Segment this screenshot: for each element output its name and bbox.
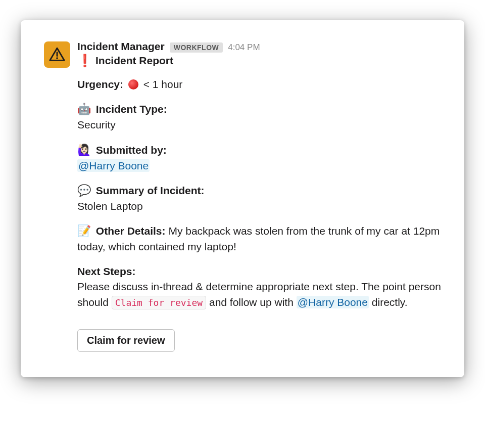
timestamp: 4:04 PM [228,42,260,53]
title-text: Incident Report [95,55,173,67]
message-header: Incident Manager WORKFLOW 4:04 PM [77,40,441,53]
summary-section: 💬 Summary of Incident: Stolen Laptop [77,183,441,214]
summary-value: Stolen Laptop [77,200,143,212]
user-mention[interactable]: @Harry Boone [77,159,150,172]
next-steps-section: Next Steps: Please discuss in-thread & d… [77,264,441,310]
author-name: Incident Manager [77,40,165,53]
next-steps-label: Next Steps: [77,265,136,277]
red-circle-icon [128,79,138,89]
urgency-value: < 1 hour [143,78,183,90]
next-steps-text: Please discuss in-thread & determine app… [77,281,441,307]
incident-type-value: Security [77,119,116,130]
warning-triangle-icon [48,46,66,63]
user-mention[interactable]: @Harry Boone [297,296,369,308]
svg-point-1 [56,57,58,59]
summary-label: Summary of Incident: [96,185,205,196]
workflow-badge: WORKFLOW [170,42,223,53]
message-content: Incident Manager WORKFLOW 4:04 PM ❗ Inci… [77,40,441,352]
speech-bubble-icon: 💬 [77,183,91,199]
next-steps-mid: and follow up with [209,296,297,308]
next-steps-after: directly. [369,296,408,308]
incident-type-section: 🤖 Incident Type: Security [77,101,441,132]
exclamation-icon: ❗ [77,54,92,68]
message-title: ❗ Incident Report [77,54,441,68]
message-card: Incident Manager WORKFLOW 4:04 PM ❗ Inci… [21,20,464,377]
urgency-section: Urgency: < 1 hour [77,77,441,92]
raising-hand-icon: 🙋🏻‍♀️ [77,142,91,158]
urgency-label: Urgency: [77,78,123,90]
message: Incident Manager WORKFLOW 4:04 PM ❗ Inci… [44,40,441,352]
robot-icon: 🤖 [77,101,91,117]
app-avatar [44,41,70,68]
submitted-by-label: Submitted by: [96,144,167,156]
memo-icon: 📝 [77,223,91,239]
inline-code: Claim for review [112,296,206,309]
other-details-section: 📝 Other Details: My backpack was stolen … [77,223,441,254]
submitted-by-section: 🙋🏻‍♀️ Submitted by: @Harry Boone [77,142,441,173]
incident-type-label: Incident Type: [96,103,167,115]
claim-for-review-button[interactable]: Claim for review [77,329,175,352]
other-details-label: Other Details: [96,225,166,237]
